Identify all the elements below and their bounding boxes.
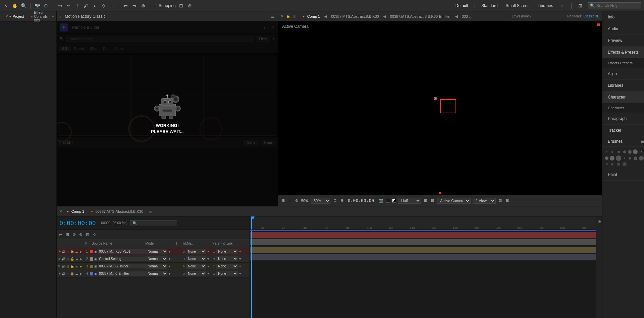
brush-5[interactable] xyxy=(628,149,632,154)
selection-tool-icon[interactable]: ↖ xyxy=(3,2,9,9)
renderer-value[interactable]: Classic 3D xyxy=(583,14,599,18)
layer-3-collapse[interactable]: ▶ xyxy=(79,264,83,269)
fit-btn[interactable]: ⊡ xyxy=(332,198,337,203)
right-panel-preview[interactable]: Preview xyxy=(602,35,644,47)
view-count-select[interactable]: 1 View 2 Views 4 Views xyxy=(473,198,496,204)
pen-tool-icon[interactable]: ✒ xyxy=(65,2,72,9)
tl-switch-btn[interactable]: ⊗ xyxy=(71,232,77,237)
brush-6[interactable] xyxy=(633,149,638,154)
layer-1-solo[interactable]: ◎ xyxy=(66,249,70,254)
layer-1-mode-select[interactable]: Normal Add Multiply xyxy=(146,249,167,254)
timeline-playhead[interactable] xyxy=(251,216,252,230)
timeline-tab-source[interactable]: ■ 00387.MTS,Abstract,8,B,K30 xyxy=(88,208,146,215)
right-panel-character[interactable]: Character xyxy=(602,91,644,103)
puppet-tool-icon[interactable]: ⊹ xyxy=(109,2,115,9)
layer-2-parent-select[interactable]: None xyxy=(216,256,238,261)
comp-close-icon[interactable]: ✕ xyxy=(281,14,283,18)
comp-tab-emitter[interactable]: 00387.MTS,Abstract,8,B,K30-Emitter xyxy=(387,13,453,20)
brush-1[interactable] xyxy=(605,149,608,154)
tl-attach-btn[interactable]: ⊡ xyxy=(85,232,90,237)
tl-link-btn[interactable]: ⊕ xyxy=(78,232,84,237)
proportional-grid-icon[interactable]: ⊡ xyxy=(178,2,184,9)
quality-select[interactable]: Half Full Quarter xyxy=(398,198,421,204)
color-picker-btn[interactable] xyxy=(392,199,396,203)
right-panel-libraries[interactable]: Libraries xyxy=(602,80,644,91)
mf-close-icon[interactable]: ✕ xyxy=(59,15,61,18)
layer-1-audio[interactable]: 🔊 xyxy=(62,249,65,254)
right-panel-align[interactable]: Align xyxy=(602,68,644,80)
tl-parent-btn[interactable]: ⇌ xyxy=(58,232,63,237)
eraser-tool-icon[interactable]: ◇ xyxy=(100,2,107,9)
layer-2-solo[interactable]: ◎ xyxy=(66,257,70,261)
snapping-button[interactable]: ☐ Snapping xyxy=(154,3,176,8)
tl-search-input[interactable] xyxy=(130,220,177,226)
grid-btn[interactable]: ⊡ xyxy=(498,198,503,203)
camera-btn[interactable]: 📷 xyxy=(377,198,384,203)
comp-tab-source[interactable]: 00387.MTS,Abstract,8,B,K30 xyxy=(328,13,381,20)
layer-1-visibility[interactable]: 👁 xyxy=(57,249,61,254)
layer-1-name[interactable]: 00387.M…K30-PL01 xyxy=(98,249,146,254)
track-4-bar[interactable] xyxy=(250,254,596,260)
layer-2-lock[interactable]: 🔓 xyxy=(70,257,74,261)
layer-2-mode-select[interactable]: Normal xyxy=(146,256,167,261)
transparency-btn[interactable]: □ xyxy=(288,198,292,203)
brush-20[interactable] xyxy=(623,162,627,166)
layer-4-name[interactable]: 00387.M…0-Emitter xyxy=(98,271,146,276)
tl-menu-icon[interactable]: ☰ xyxy=(149,209,152,213)
brush-11[interactable] xyxy=(616,155,621,161)
brush-15[interactable] xyxy=(639,155,644,161)
motion-path-icon[interactable]: ⊛ xyxy=(186,2,193,9)
comp-tab-003[interactable]: 003 … xyxy=(459,13,475,20)
layer-1-parent-select[interactable]: None xyxy=(216,249,238,254)
align-tool-icon[interactable]: ⇌ xyxy=(122,2,129,9)
right-panel-paragraph[interactable]: Paragraph xyxy=(602,113,644,125)
tl-strip-icon[interactable]: ⊗ xyxy=(598,219,601,224)
brush-4[interactable] xyxy=(623,149,627,154)
more-workspaces-icon[interactable]: » xyxy=(559,2,566,9)
fast-preview-btn[interactable]: ⊞ xyxy=(423,198,428,203)
tl-graph-btn[interactable]: ⊞ xyxy=(65,232,70,237)
layer-1-trkmat-select[interactable]: None xyxy=(186,249,206,254)
align2-tool-icon[interactable]: ⇋ xyxy=(131,2,138,9)
region-btn[interactable]: ⊙ xyxy=(294,198,299,203)
transform-tool-icon[interactable]: ⊗ xyxy=(140,2,147,9)
workspace-standard-btn[interactable]: Standard xyxy=(479,3,500,9)
brush-3[interactable] xyxy=(616,149,621,154)
red-rectangle[interactable] xyxy=(440,99,456,113)
layer-4-collapse[interactable]: ▶ xyxy=(79,271,83,276)
tl-timecode[interactable]: 0:00:00:00 xyxy=(59,219,96,227)
orbit-tool-icon[interactable]: ⊕ xyxy=(43,2,49,9)
layer-3-visibility[interactable]: 👁 xyxy=(57,264,61,269)
brush-18[interactable] xyxy=(610,162,614,166)
layer-4-mode-select[interactable]: Normal xyxy=(146,271,167,276)
brush-tool-icon[interactable]: 🖌 xyxy=(83,2,89,9)
brush-10[interactable] xyxy=(610,155,614,161)
layer-1-collapse[interactable]: ▶ xyxy=(79,249,83,254)
track-2-bar[interactable] xyxy=(250,239,596,245)
timecode-display[interactable]: 0:00:00:00 xyxy=(346,198,375,203)
right-panel-info[interactable]: Info xyxy=(602,11,644,23)
tl-close-icon[interactable]: ✕ xyxy=(59,209,62,213)
snapshot-btn[interactable]: ⊞ xyxy=(339,198,344,203)
layer-2-shy[interactable]: ☁ xyxy=(75,257,78,261)
layer-3-shy[interactable]: ☁ xyxy=(75,264,78,269)
layer-3-audio[interactable]: 🔊 xyxy=(62,264,65,269)
rect-tool-icon[interactable]: ▭ xyxy=(56,2,63,9)
layer-3-mode-select[interactable]: Normal xyxy=(146,264,167,269)
layer-4-solo[interactable]: ◎ xyxy=(66,271,70,276)
brush-2[interactable] xyxy=(610,149,614,154)
right-panel-tracker[interactable]: Tracker xyxy=(602,125,644,136)
panel-tab-arrow[interactable]: » xyxy=(52,14,54,18)
render-btn[interactable]: ⊞ xyxy=(505,198,510,203)
layer-2-visibility[interactable]: 👁 xyxy=(57,257,61,261)
workspace-smallscreen-btn[interactable]: Small Screen xyxy=(504,3,532,9)
edit-icon[interactable]: ⊞ xyxy=(577,2,584,9)
layer-4-parent-select[interactable]: None xyxy=(216,271,238,276)
layer-4-visibility[interactable]: 👁 xyxy=(57,271,61,276)
layer-3-lock[interactable]: 🔓 xyxy=(70,264,74,269)
zoom-tool-icon[interactable]: 🔍 xyxy=(20,2,27,9)
search-input[interactable] xyxy=(596,3,637,8)
always-preview-btn[interactable]: ⊞ xyxy=(281,198,286,203)
comp-tab-comp1[interactable]: ■ Comp 1 xyxy=(300,13,323,20)
project-tab[interactable]: ✕ ■ Project xyxy=(3,13,27,20)
